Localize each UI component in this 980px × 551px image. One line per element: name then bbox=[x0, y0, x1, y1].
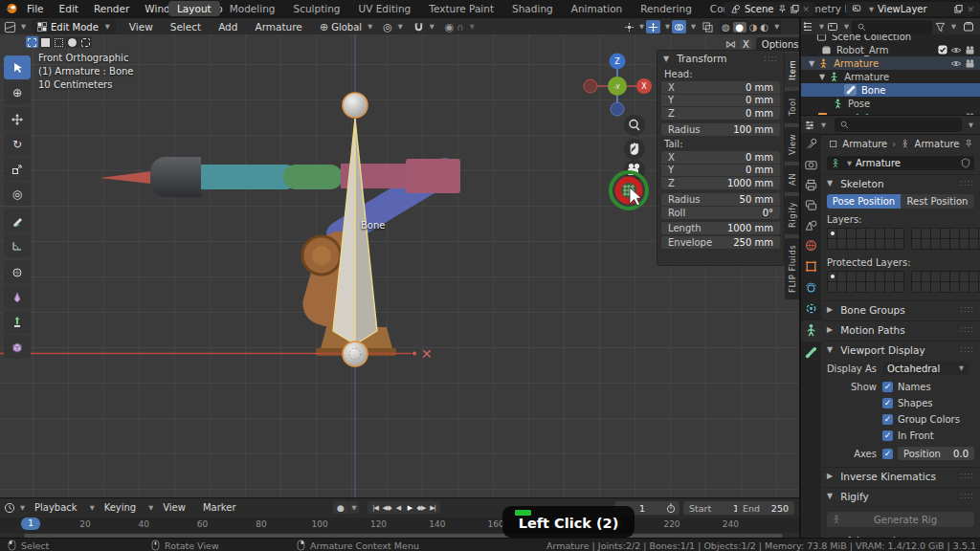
frame-end-field[interactable]: End250 bbox=[737, 501, 794, 515]
layer-cell[interactable] bbox=[837, 282, 846, 292]
tail-z-field[interactable]: Z1000 mm bbox=[661, 177, 780, 189]
panel-grip-icon[interactable]: :::: bbox=[764, 55, 778, 63]
tab-render-icon[interactable] bbox=[804, 158, 818, 172]
layer-cell[interactable] bbox=[885, 272, 894, 281]
menu-view[interactable]: View bbox=[122, 21, 161, 33]
length-field[interactable]: Length1000 mm bbox=[661, 222, 780, 234]
outliner-row-bone[interactable]: Bone bbox=[801, 83, 980, 97]
editor-divider[interactable] bbox=[799, 17, 801, 538]
layer-cell[interactable] bbox=[866, 239, 875, 249]
layer-cell[interactable] bbox=[912, 239, 921, 249]
layer-cell[interactable] bbox=[912, 272, 921, 281]
layer-cell[interactable] bbox=[837, 272, 846, 281]
workspace-tab-sculpting[interactable]: Sculpting bbox=[284, 1, 348, 16]
outliner-row-pose[interactable]: Pose bbox=[801, 97, 980, 110]
layer-cell[interactable] bbox=[876, 272, 884, 281]
sidebar-tab-flip-fluids[interactable]: FLIP Fluids bbox=[785, 238, 799, 299]
outliner-row-armature-object[interactable]: ▼ Armature bbox=[801, 56, 980, 70]
delete-scene-icon[interactable]: ✕ bbox=[803, 5, 811, 14]
head-radius-field[interactable]: Radius100 mm bbox=[661, 123, 780, 136]
show-overlays-toggle[interactable] bbox=[672, 20, 686, 33]
layer-cell[interactable] bbox=[931, 229, 940, 238]
axes-checkbox[interactable]: ✓ bbox=[882, 449, 893, 459]
bone-head-sphere[interactable] bbox=[343, 342, 368, 366]
layer-cell[interactable] bbox=[837, 239, 846, 249]
layer-cell[interactable] bbox=[969, 229, 978, 238]
viewport-display-panel-header[interactable]: ▼Viewport Display:::: bbox=[821, 342, 980, 358]
layer-cell[interactable] bbox=[960, 239, 969, 249]
workspace-tab-rendering[interactable]: Rendering bbox=[632, 1, 701, 16]
layer-cell[interactable] bbox=[931, 282, 940, 292]
menu-keying[interactable]: Keying bbox=[97, 502, 145, 513]
tool-measure[interactable] bbox=[4, 233, 31, 257]
layers-grid[interactable] bbox=[827, 228, 974, 250]
tool-roll[interactable] bbox=[4, 260, 31, 284]
tail-y-field[interactable]: Y0 mm bbox=[661, 165, 780, 177]
rest-position-button[interactable]: Rest Position bbox=[901, 194, 974, 209]
layer-cell[interactable] bbox=[876, 229, 884, 238]
head-y-field[interactable]: Y0 mm bbox=[661, 95, 780, 107]
menu-timeline-view[interactable]: View bbox=[155, 502, 193, 513]
tool-add-primitive[interactable] bbox=[4, 335, 31, 359]
layer-cell[interactable] bbox=[828, 239, 836, 249]
viewport-perspective-button[interactable] bbox=[611, 172, 647, 209]
breadcrumb-data[interactable]: Armature bbox=[915, 139, 960, 149]
editor-type-icon[interactable] bbox=[4, 21, 16, 33]
layer-cell[interactable] bbox=[885, 282, 894, 292]
layer-cell[interactable] bbox=[922, 272, 930, 281]
inverse-kinematics-panel-header[interactable]: ▶Inverse Kinematics:::: bbox=[821, 467, 980, 484]
generate-rig-button[interactable]: Generate Rig bbox=[827, 512, 974, 527]
tool-select-box[interactable] bbox=[4, 55, 31, 79]
layer-cell[interactable] bbox=[960, 282, 969, 292]
layer-cell[interactable] bbox=[857, 239, 865, 249]
axes-position-slider[interactable]: Position 0.0 bbox=[898, 447, 974, 460]
layer-cell[interactable] bbox=[847, 272, 856, 281]
viewport-3d[interactable]: ✕ Front Orthographic (1) Armature : Bone… bbox=[0, 34, 799, 497]
layer-cell[interactable] bbox=[885, 239, 894, 249]
outliner-row-scene-collection[interactable]: Scene Collection bbox=[801, 34, 980, 43]
gizmo-negx-axis[interactable] bbox=[584, 79, 597, 93]
tab-bone-icon[interactable] bbox=[804, 345, 818, 360]
select-extend-button[interactable] bbox=[39, 36, 52, 48]
pivot-point-icon[interactable]: ◎ bbox=[383, 21, 392, 33]
camera-icon[interactable] bbox=[965, 46, 975, 55]
workspace-tab-shading[interactable]: Shading bbox=[503, 1, 562, 16]
layer-cell[interactable] bbox=[828, 272, 836, 281]
fake-user-shield-icon[interactable] bbox=[961, 158, 970, 168]
proportional-editing-icon[interactable]: ◉ bbox=[445, 21, 455, 33]
select-subtract-button[interactable] bbox=[53, 36, 65, 48]
outliner-row-robot-arm[interactable]: Robot_Arm bbox=[801, 43, 980, 56]
head-x-field[interactable]: X0 mm bbox=[661, 81, 780, 94]
names-checkbox[interactable]: ✓ bbox=[882, 382, 893, 392]
shading-material-toggle[interactable]: ◑ bbox=[749, 22, 758, 33]
layer-cell[interactable] bbox=[931, 272, 940, 281]
layer-cell[interactable] bbox=[960, 272, 969, 281]
show-gizmos-toggle[interactable] bbox=[646, 20, 660, 33]
snap-magnet-icon[interactable] bbox=[413, 22, 424, 33]
auto-keying-toggle[interactable]: ● bbox=[333, 501, 348, 514]
tool-annotate[interactable] bbox=[4, 209, 31, 232]
layer-cell[interactable] bbox=[960, 229, 969, 238]
next-keyframe-button[interactable]: ◆▶ bbox=[415, 501, 427, 514]
tab-view-layer-icon[interactable] bbox=[804, 198, 818, 212]
delete-viewlayer-icon[interactable]: ✕ bbox=[967, 5, 974, 14]
orientation-dropdown[interactable]: Global bbox=[331, 22, 362, 33]
layer-cell[interactable] bbox=[847, 229, 856, 238]
layer-cell[interactable] bbox=[876, 282, 884, 292]
workspace-tab-animation[interactable]: Animation bbox=[563, 1, 632, 16]
blender-logo-icon[interactable] bbox=[5, 2, 18, 15]
menu-playback[interactable]: Playback bbox=[27, 502, 85, 513]
visibility-icon[interactable] bbox=[624, 22, 635, 33]
layer-cell[interactable] bbox=[912, 282, 921, 292]
display-as-dropdown[interactable]: Octahedral▼ bbox=[882, 362, 969, 375]
playhead[interactable]: 1 bbox=[21, 518, 40, 530]
layer-cell[interactable] bbox=[866, 282, 875, 292]
mode-dropdown[interactable]: Edit Mode ▼ bbox=[32, 19, 116, 34]
motion-paths-panel-header[interactable]: ▶Motion Paths:::: bbox=[821, 320, 980, 338]
pose-position-button[interactable]: Pose Position bbox=[827, 194, 901, 209]
layer-cell[interactable] bbox=[950, 239, 959, 249]
tab-tool-icon[interactable] bbox=[804, 137, 818, 151]
mirror-x-toggle[interactable]: X bbox=[740, 39, 752, 50]
skeleton-panel-header[interactable]: ▼Skeleton :::: bbox=[821, 175, 980, 191]
layer-cell[interactable] bbox=[922, 282, 930, 292]
